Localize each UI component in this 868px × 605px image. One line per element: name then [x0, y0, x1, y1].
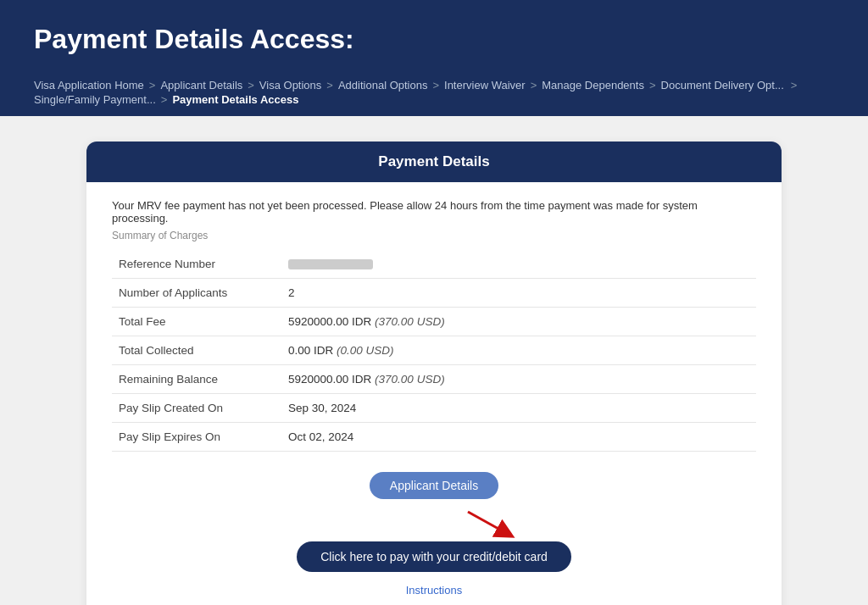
row-value: 5920000.00 IDR (370.00 USD): [281, 308, 756, 336]
breadcrumb-additional-options[interactable]: Additional Options: [338, 79, 428, 92]
table-row: Pay Slip Created On Sep 30, 2024: [112, 394, 756, 423]
currency-secondary: (370.00 USD): [375, 315, 445, 328]
sep-7: >: [791, 79, 798, 92]
row-label: Total Collected: [112, 336, 281, 365]
sep-6: >: [649, 79, 656, 92]
row-value: Sep 30, 2024: [281, 394, 756, 423]
card-body: Your MRV fee payment has not yet been pr…: [86, 182, 782, 605]
page-title: Payment Details Access:: [34, 24, 834, 55]
breadcrumb-applicant-details[interactable]: Applicant Details: [160, 79, 242, 92]
table-row: Remaining Balance 5920000.00 IDR (370.00…: [112, 365, 756, 394]
sep-2: >: [248, 79, 254, 92]
instructions-link[interactable]: Instructions: [406, 584, 462, 597]
row-value: 2: [281, 279, 756, 308]
row-value: 5920000.00 IDR (370.00 USD): [281, 365, 756, 394]
sep-4: >: [432, 79, 439, 92]
breadcrumb-interview-waiver[interactable]: Interview Waiver: [444, 79, 526, 92]
breadcrumb-document-delivery[interactable]: Document Delivery Opt...: [661, 79, 784, 92]
table-row: Reference Number: [112, 250, 756, 279]
summary-label: Summary of Charges: [112, 230, 756, 241]
table-row: Number of Applicants 2: [112, 279, 756, 308]
red-arrow-icon: [459, 508, 519, 540]
breadcrumb-visa-options[interactable]: Visa Options: [259, 79, 321, 92]
payment-card: Payment Details Your MRV fee payment has…: [86, 142, 782, 605]
svg-line-1: [468, 512, 506, 533]
card-header: Payment Details: [86, 142, 782, 182]
notice-text: Your MRV fee payment has not yet been pr…: [112, 199, 756, 225]
currency-secondary: (370.00 USD): [375, 373, 445, 386]
charges-table: Reference Number Number of Applicants 2 …: [112, 250, 756, 452]
table-row: Total Fee 5920000.00 IDR (370.00 USD): [112, 308, 756, 336]
table-row: Pay Slip Expires On Oct 02, 2024: [112, 423, 756, 452]
row-value: 0.00 IDR (0.00 USD): [281, 336, 756, 365]
currency-main: 5920000.00 IDR: [288, 315, 371, 328]
sep-5: >: [531, 79, 537, 92]
breadcrumb-visa-home[interactable]: Visa Application Home: [34, 79, 144, 92]
row-value: [281, 250, 756, 279]
row-label: Pay Slip Expires On: [112, 423, 281, 452]
row-value: Oct 02, 2024: [281, 423, 756, 452]
applicant-details-button[interactable]: Applicant Details: [370, 472, 498, 499]
sep-1: >: [149, 79, 156, 92]
arrow-container: [349, 508, 519, 540]
row-label: Pay Slip Created On: [112, 394, 281, 423]
breadcrumb-single-family[interactable]: Single/Family Payment...: [34, 93, 156, 106]
breadcrumb-current: Payment Details Access: [172, 93, 298, 106]
currency-secondary: (0.00 USD): [337, 344, 394, 357]
table-row: Total Collected 0.00 IDR (0.00 USD): [112, 336, 756, 365]
breadcrumb-manage-dependents[interactable]: Manage Dependents: [542, 79, 644, 92]
sep-3: >: [326, 79, 333, 92]
sep-8: >: [161, 93, 168, 106]
page-header: Payment Details Access: Visa Application…: [0, 0, 868, 116]
buttons-area: Applicant Details Click here to pay with…: [112, 472, 756, 597]
currency-main: 5920000.00 IDR: [288, 373, 371, 386]
main-content: Payment Details Your MRV fee payment has…: [0, 116, 868, 605]
row-label: Total Fee: [112, 308, 281, 336]
row-label: Reference Number: [112, 250, 281, 279]
row-label: Remaining Balance: [112, 365, 281, 394]
redacted-value: [288, 259, 373, 269]
pay-button[interactable]: Click here to pay with your credit/debit…: [297, 541, 571, 572]
row-label: Number of Applicants: [112, 279, 281, 308]
currency-main: 0.00 IDR: [288, 344, 333, 357]
breadcrumb: Visa Application Home > Applicant Detail…: [34, 70, 834, 116]
